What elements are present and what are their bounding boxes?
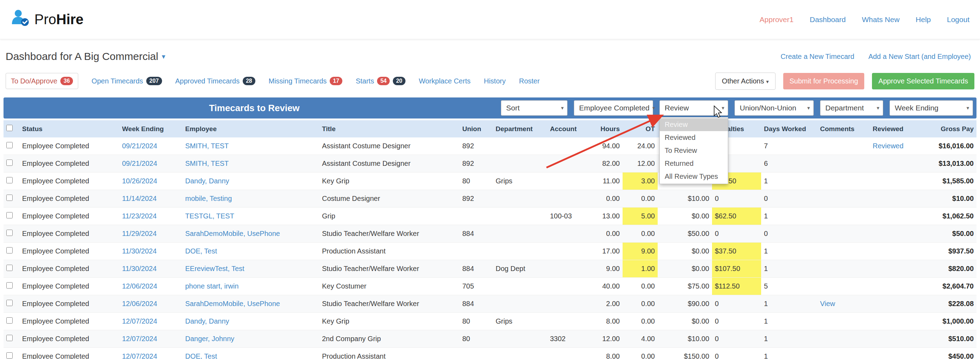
week-ending-link[interactable]: 11/29/2024 [122, 230, 157, 237]
review-option-returned[interactable]: Returned [660, 157, 728, 170]
row-checkbox[interactable] [6, 159, 13, 166]
column-header-ot: OT [623, 120, 658, 137]
cell-account [547, 313, 582, 330]
chevron-down-icon: ▾ [652, 105, 655, 111]
row-checkbox[interactable] [6, 230, 13, 236]
review-option-to-review[interactable]: To Review [660, 144, 728, 157]
cell-week-ending: 09/21/2024 [119, 137, 182, 155]
employee-link[interactable]: mobile, Testing [185, 195, 232, 202]
comments-view-link[interactable]: View [820, 300, 835, 307]
tab-open-timecards[interactable]: Open Timecards207 [92, 77, 162, 85]
cell-comments [817, 155, 870, 173]
approve-selected-timecards-button[interactable]: Approve Selected Timecards [872, 73, 974, 89]
row-checkbox[interactable] [6, 282, 13, 289]
week-ending-link[interactable]: 12/07/2024 [122, 335, 157, 343]
row-checkbox[interactable] [6, 335, 13, 341]
week-ending-link[interactable]: 12/07/2024 [122, 352, 157, 359]
week-ending-link[interactable]: 11/14/2024 [122, 195, 157, 202]
week-ending-link[interactable]: 09/21/2024 [122, 142, 157, 150]
production-selector[interactable]: Dashboard for A Big Commercial ▾ [6, 51, 165, 62]
row-checkbox[interactable] [6, 352, 13, 359]
cell-reviewed [870, 243, 926, 260]
filter-select-review[interactable]: Review▾ [659, 100, 728, 116]
tab-starts[interactable]: Starts5420 [356, 77, 406, 85]
cell-status: Employee Completed [19, 208, 119, 225]
week-ending-link[interactable]: 10/26/2024 [122, 177, 157, 185]
row-checkbox[interactable] [6, 177, 13, 183]
tab-history[interactable]: History [484, 77, 506, 85]
select-all-checkbox[interactable] [6, 125, 13, 131]
review-option-reviewed[interactable]: Reviewed [660, 131, 728, 144]
employee-link[interactable]: EEreviewTest, Test [185, 265, 245, 272]
employee-link[interactable]: SarahDemoMobile, UsePhone [185, 230, 280, 237]
cell-account [547, 173, 582, 190]
filter-selects: Sort▾Employee Completed▾Review▾Union/Non… [501, 100, 973, 116]
tab-to-do-approve[interactable]: To Do/Approve36 [6, 73, 78, 89]
link-create-new-timecard[interactable]: Create a New Timecard [781, 52, 854, 60]
review-option-all-review-types[interactable]: All Review Types [660, 170, 728, 183]
filter-select-week-ending[interactable]: Week Ending▾ [889, 100, 973, 116]
nav-link-help[interactable]: Help [916, 16, 931, 24]
chevron-down-icon: ▾ [162, 52, 165, 60]
filter-select-department[interactable]: Department▾ [820, 100, 883, 116]
chevron-down-icon: ▾ [877, 105, 879, 111]
week-ending-link[interactable]: 12/06/2024 [122, 300, 157, 307]
cell-select [3, 260, 19, 278]
column-header-employee: Employee [182, 120, 319, 137]
other-actions-button[interactable]: Other Actions▾ [715, 73, 775, 90]
row-checkbox[interactable] [6, 265, 13, 271]
cell-comments [817, 243, 870, 260]
row-checkbox[interactable] [6, 317, 13, 324]
nav-link-dashboard[interactable]: Dashboard [810, 16, 846, 24]
prohire-logo[interactable]: ProHire [11, 8, 83, 30]
tab-approved-timecards[interactable]: Approved Timecards28 [175, 77, 255, 85]
nav-link-logout[interactable]: Logout [947, 16, 969, 24]
week-ending-link[interactable]: 12/07/2024 [122, 317, 157, 325]
tab-missing-timecards[interactable]: Missing Timecards17 [269, 77, 342, 85]
cell-department [493, 155, 547, 173]
week-ending-link[interactable]: 11/30/2024 [122, 247, 157, 255]
row-checkbox[interactable] [6, 247, 13, 254]
cell-hours: 40.00 [582, 278, 623, 295]
cell-union: 892 [460, 155, 493, 173]
row-checkbox[interactable] [6, 212, 13, 218]
employee-link[interactable]: phone start, irwin [185, 282, 239, 290]
employee-link[interactable]: Danger, Johnny [185, 335, 234, 343]
employee-link[interactable]: SMITH, TEST [185, 159, 229, 167]
review-option-review[interactable]: Review [660, 118, 728, 131]
employee-link[interactable]: SarahDemoMobile, UsePhone [185, 300, 280, 307]
submit-for-processing-button[interactable]: Submit for Processing [783, 73, 865, 89]
week-ending-link[interactable]: 12/06/2024 [122, 282, 157, 290]
cell-other: $90.00 [658, 295, 712, 313]
tab-roster[interactable]: Roster [519, 77, 540, 85]
cell-penalties: $37.50 [712, 243, 761, 260]
link-add-new-start[interactable]: Add a New Start (and Employee) [869, 52, 971, 60]
week-ending-link[interactable]: 09/21/2024 [122, 159, 157, 167]
user-name[interactable]: Approver1 [760, 16, 794, 24]
cell-status: Employee Completed [19, 137, 119, 155]
cell-union: 892 [460, 190, 493, 208]
tab-workplace-certs[interactable]: Workplace Certs [419, 77, 470, 85]
filter-select-union-non-union[interactable]: Union/Non-Union▾ [735, 100, 814, 116]
week-ending-link[interactable]: 11/30/2024 [122, 265, 157, 272]
cell-employee: SMITH, TEST [182, 155, 319, 173]
employee-link[interactable]: TESTGL, TEST [185, 212, 234, 220]
employee-link[interactable]: DOE, Test [185, 352, 217, 359]
filter-select-value: Sort [506, 104, 520, 112]
cell-week-ending: 12/07/2024 [119, 313, 182, 330]
row-checkbox[interactable] [6, 195, 13, 201]
reviewed-link[interactable]: Reviewed [873, 142, 904, 150]
employee-link[interactable]: DOE, Test [185, 247, 217, 255]
row-checkbox[interactable] [6, 300, 13, 306]
week-ending-link[interactable]: 11/23/2024 [122, 212, 157, 220]
cell-week-ending: 11/29/2024 [119, 225, 182, 243]
filter-select-employee-completed[interactable]: Employee Completed▾ [574, 100, 653, 116]
filter-select-sort[interactable]: Sort▾ [501, 100, 568, 116]
cell-days-worked: 1 [761, 330, 817, 348]
employee-link[interactable]: Dandy, Danny [185, 317, 229, 325]
row-checkbox[interactable] [6, 142, 13, 148]
employee-link[interactable]: Dandy, Danny [185, 177, 229, 185]
nav-link-whats-new[interactable]: Whats New [862, 16, 899, 24]
employee-link[interactable]: SMITH, TEST [185, 142, 229, 150]
cell-days-worked: 1 [761, 313, 817, 330]
